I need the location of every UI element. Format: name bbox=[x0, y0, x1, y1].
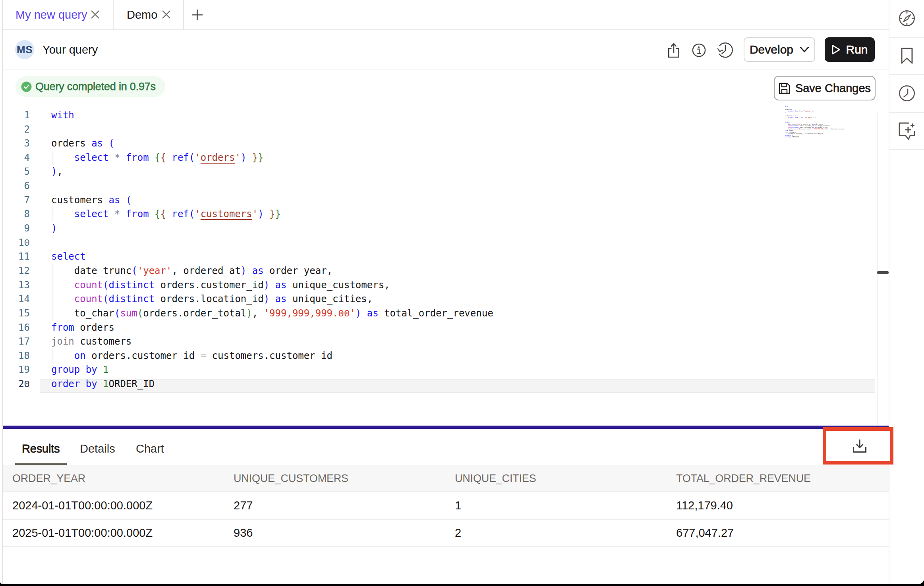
line-number: 6 bbox=[2, 179, 30, 193]
line-number: 20 bbox=[2, 377, 30, 391]
code-line: from orders bbox=[51, 321, 114, 335]
code-token: from bbox=[794, 117, 798, 118]
code-token: orders bbox=[201, 152, 235, 163]
code-line: with bbox=[51, 108, 74, 123]
code-line: select * from {{ ref('customers') }} bbox=[785, 117, 816, 118]
code-token: from bbox=[785, 130, 788, 131]
code-token: , bbox=[786, 112, 787, 114]
code-token: customers bbox=[805, 117, 812, 118]
code-token: orders bbox=[785, 109, 790, 110]
table-cell: 2 bbox=[446, 520, 667, 546]
code-token: to_char bbox=[785, 128, 793, 129]
close-icon[interactable] bbox=[91, 10, 100, 19]
play-icon bbox=[831, 44, 841, 55]
table-header-row: ORDER_YEARUNIQUE_CUSTOMERSUNIQUE_CITIEST… bbox=[3, 465, 889, 492]
column-header: UNIQUE_CITIES bbox=[446, 465, 667, 492]
tab-details[interactable]: Details bbox=[80, 432, 115, 465]
code-token: group by bbox=[785, 135, 791, 136]
code-token: * bbox=[109, 152, 120, 163]
resize-grip[interactable] bbox=[877, 271, 889, 274]
chat-sparkles-icon bbox=[898, 122, 916, 140]
code-token: ) bbox=[241, 265, 246, 276]
code-token: group by bbox=[51, 364, 97, 375]
code-token: { bbox=[160, 208, 166, 220]
code-token: from bbox=[120, 152, 149, 163]
code-token: join bbox=[785, 131, 788, 133]
new-tab-button[interactable] bbox=[191, 9, 203, 23]
code-token: ( bbox=[103, 280, 108, 291]
code-token: orders bbox=[51, 138, 86, 149]
active-line-highlight bbox=[40, 379, 875, 393]
code-token: customers.customer_id bbox=[806, 133, 823, 134]
tab-my-new-query[interactable]: My new query bbox=[15, 0, 87, 29]
code-line: select bbox=[51, 250, 86, 264]
code-token: total_order_revenue bbox=[829, 128, 845, 129]
results-tab-bar: Results Details Chart bbox=[2, 429, 889, 465]
tab-results[interactable]: Results bbox=[22, 432, 60, 465]
code-token: distinct bbox=[109, 293, 155, 305]
code-token: as bbox=[361, 308, 378, 319]
code-token bbox=[785, 127, 788, 128]
line-number: 8 bbox=[2, 207, 30, 222]
sidebar-item-ai-chat[interactable] bbox=[889, 113, 924, 150]
sidebar-item-explore[interactable] bbox=[889, 0, 924, 38]
save-changes-button[interactable]: Save Changes bbox=[774, 76, 876, 100]
code-token: = bbox=[201, 350, 206, 361]
chevron-down-icon bbox=[800, 46, 809, 53]
history-icon[interactable] bbox=[717, 42, 733, 60]
clock-icon bbox=[898, 85, 916, 102]
table-cell: 112,179.40 bbox=[667, 492, 888, 519]
column-header: ORDER_YEAR bbox=[3, 465, 224, 492]
tab-separator bbox=[183, 0, 184, 29]
line-number: 19 bbox=[2, 363, 30, 377]
tab-chart[interactable]: Chart bbox=[136, 432, 164, 465]
code-token bbox=[51, 293, 74, 305]
code-token: '999,999,999.00' bbox=[813, 128, 826, 129]
code-token: ) bbox=[246, 308, 252, 319]
code-token: , bbox=[57, 166, 62, 177]
indent-guide bbox=[52, 292, 52, 306]
close-icon[interactable] bbox=[162, 10, 171, 19]
column-header: UNIQUE_CUSTOMERS bbox=[224, 465, 446, 492]
line-number: 10 bbox=[2, 236, 30, 250]
annotation-highlight-box bbox=[823, 427, 893, 465]
code-token: customers bbox=[51, 195, 103, 206]
line-number: 18 bbox=[2, 349, 30, 363]
code-token: customers bbox=[785, 116, 792, 117]
line-number: 3 bbox=[2, 137, 30, 151]
code-line: ), bbox=[785, 112, 787, 114]
code-token: orders.location_id bbox=[799, 127, 814, 128]
code-token bbox=[51, 152, 74, 163]
code-line: to_char(sum(orders.order_total), '999,99… bbox=[785, 128, 845, 130]
table-row[interactable]: 2024-01-01T00:00:00.000Z2771112,179.40 bbox=[3, 492, 889, 520]
develop-button[interactable]: Develop bbox=[744, 37, 815, 62]
code-token: ) bbox=[258, 208, 263, 220]
code-token: 1 bbox=[97, 378, 109, 389]
code-token: { bbox=[149, 152, 160, 163]
run-button[interactable]: Run bbox=[825, 37, 875, 62]
right-sidebar bbox=[889, 0, 924, 584]
code-token: unique_customers, bbox=[817, 125, 831, 126]
tab-demo[interactable]: Demo bbox=[127, 0, 157, 29]
sidebar-item-bookmarks[interactable] bbox=[889, 38, 924, 75]
table-cell: 677,047.27 bbox=[667, 520, 888, 546]
code-token: ) bbox=[264, 293, 269, 305]
code-editor[interactable] bbox=[2, 69, 889, 426]
code-token: ( bbox=[103, 138, 114, 149]
code-token: } bbox=[813, 111, 814, 112]
code-token: ( bbox=[114, 308, 120, 319]
share-icon[interactable] bbox=[668, 42, 680, 59]
indent-guide bbox=[52, 278, 52, 293]
code-token: total_order_revenue bbox=[379, 308, 493, 319]
panel-divider[interactable] bbox=[2, 426, 889, 429]
code-line: group by 1 bbox=[51, 363, 109, 377]
sidebar-item-history[interactable] bbox=[889, 75, 924, 113]
code-token bbox=[785, 111, 788, 112]
code-token: customers bbox=[201, 208, 252, 220]
code-line: order by 1ORDER_ID bbox=[51, 377, 155, 391]
info-icon[interactable] bbox=[692, 43, 706, 59]
table-row[interactable]: 2025-01-01T00:00:00.000Z9362677,047.27 bbox=[3, 520, 889, 547]
code-token: { bbox=[160, 152, 166, 163]
line-number: 2 bbox=[2, 123, 30, 137]
code-token: ) bbox=[264, 280, 269, 291]
